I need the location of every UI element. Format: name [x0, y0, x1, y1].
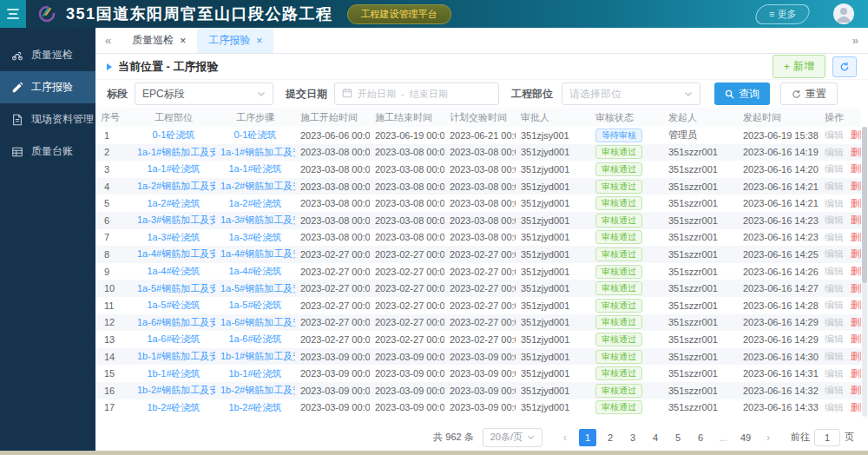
- section-select[interactable]: EPC标段: [135, 82, 273, 105]
- edit-action[interactable]: 编辑: [825, 232, 844, 242]
- delete-action[interactable]: 删除: [851, 402, 861, 412]
- part-link[interactable]: 1a-3#钢筋加工及安装: [137, 214, 215, 225]
- edit-action[interactable]: 编辑: [825, 351, 844, 361]
- part-link[interactable]: 1a-5#砼浇筑: [147, 300, 200, 310]
- goto-page-input[interactable]: [814, 429, 840, 446]
- part-link[interactable]: 1a-3#砼浇筑: [147, 232, 200, 242]
- refresh-button[interactable]: [832, 56, 857, 77]
- part-link[interactable]: 1a-4#钢筋加工及安装: [137, 248, 215, 259]
- step-link[interactable]: 1a-4#砼浇筑: [228, 266, 281, 276]
- sidebar-item-1[interactable]: 工序报验: [0, 71, 95, 103]
- page-button-4[interactable]: 4: [647, 429, 664, 446]
- delete-action[interactable]: 删除: [851, 283, 861, 293]
- tab-close-icon[interactable]: ×: [256, 36, 262, 46]
- edit-action[interactable]: 编辑: [825, 266, 844, 276]
- step-link[interactable]: 1a-6#砼浇筑: [228, 333, 281, 344]
- search-button[interactable]: 查询: [714, 82, 770, 105]
- step-link[interactable]: 1a-5#钢筋加工及安装: [220, 283, 295, 293]
- user-avatar[interactable]: [833, 3, 854, 24]
- step-link[interactable]: 1a-4#钢筋加工及安装: [220, 248, 295, 259]
- tabs-expand-icon[interactable]: »: [843, 34, 868, 47]
- step-link[interactable]: 1a-5#砼浇筑: [228, 300, 281, 310]
- delete-action[interactable]: 删除: [851, 232, 861, 242]
- step-link[interactable]: 0-1砼浇筑: [234, 129, 277, 140]
- edit-action[interactable]: 编辑: [825, 147, 844, 157]
- edit-action[interactable]: 编辑: [825, 333, 844, 344]
- vertical-scrollbar[interactable]: [862, 127, 867, 417]
- part-link[interactable]: 1a-4#砼浇筑: [147, 266, 200, 276]
- step-link[interactable]: 1a-3#钢筋加工及安装: [220, 214, 295, 225]
- delete-action[interactable]: 删除: [851, 333, 861, 344]
- edit-action[interactable]: 编辑: [825, 248, 844, 259]
- reset-button[interactable]: 重置: [780, 82, 838, 105]
- scrollbar-thumb[interactable]: [862, 127, 867, 283]
- page-button-6[interactable]: 6: [692, 429, 709, 446]
- step-link[interactable]: 1b-2#钢筋加工及安装: [220, 385, 295, 395]
- page-button-2[interactable]: 2: [602, 429, 619, 446]
- delete-action[interactable]: 删除: [851, 163, 861, 174]
- part-link[interactable]: 1a-2#钢筋加工及安装: [137, 181, 215, 191]
- step-link[interactable]: 1a-1#钢筋加工及安装: [220, 147, 295, 157]
- edit-action[interactable]: 编辑: [825, 385, 844, 395]
- more-button[interactable]: ≡ 更多: [753, 4, 812, 24]
- tabs-collapse-icon[interactable]: «: [95, 34, 121, 47]
- step-link[interactable]: 1a-6#钢筋加工及安装: [220, 317, 295, 327]
- page-button-49[interactable]: 49: [737, 429, 754, 446]
- step-link[interactable]: 1a-2#钢筋加工及安装: [220, 181, 295, 191]
- delete-action[interactable]: 删除: [851, 351, 861, 361]
- part-link[interactable]: 1b-1#钢筋加工及安装: [137, 351, 215, 361]
- page-size-select[interactable]: 20条/页: [483, 428, 542, 447]
- step-link[interactable]: 1b-1#钢筋加工及安装: [220, 351, 295, 361]
- part-select[interactable]: 请选择部位: [562, 82, 700, 105]
- edit-action[interactable]: 编辑: [825, 181, 844, 191]
- part-link[interactable]: 1a-6#砼浇筑: [147, 333, 200, 344]
- step-link[interactable]: 1a-1#砼浇筑: [228, 163, 281, 174]
- part-link[interactable]: 1a-1#钢筋加工及安装: [137, 147, 215, 157]
- part-link[interactable]: 1a-2#砼浇筑: [147, 198, 200, 208]
- delete-action[interactable]: 删除: [851, 368, 861, 379]
- sidebar-item-2[interactable]: 现场资料管理: [0, 103, 95, 135]
- delete-action[interactable]: 删除: [851, 129, 861, 140]
- edit-action[interactable]: 编辑: [825, 317, 844, 327]
- edit-action[interactable]: 编辑: [825, 368, 844, 379]
- menu-toggle-button[interactable]: [0, 0, 26, 28]
- delete-action[interactable]: 删除: [851, 248, 861, 259]
- edit-action[interactable]: 编辑: [825, 300, 844, 310]
- tab-1[interactable]: 工序报验 ×: [197, 28, 273, 53]
- part-link[interactable]: 1b-2#钢筋加工及安装: [137, 385, 215, 395]
- date-range-input[interactable]: 开始日期 - 结束日期: [334, 82, 499, 105]
- step-link[interactable]: 1b-1#砼浇筑: [228, 368, 281, 379]
- sidebar-item-0[interactable]: 质量巡检: [0, 39, 95, 71]
- delete-action[interactable]: 删除: [851, 181, 861, 191]
- next-page-button[interactable]: ›: [760, 429, 777, 446]
- delete-action[interactable]: 删除: [851, 266, 861, 276]
- page-button-5[interactable]: 5: [669, 429, 687, 446]
- edit-action[interactable]: 编辑: [825, 283, 844, 293]
- step-link[interactable]: 1b-2#砼浇筑: [228, 402, 281, 412]
- delete-action[interactable]: 删除: [851, 198, 861, 208]
- edit-action[interactable]: 编辑: [825, 198, 844, 208]
- part-link[interactable]: 1b-2#砼浇筑: [147, 402, 200, 412]
- part-link[interactable]: 1b-1#砼浇筑: [147, 368, 200, 379]
- step-link[interactable]: 1a-2#砼浇筑: [228, 198, 281, 208]
- part-link[interactable]: 1a-6#钢筋加工及安装: [137, 317, 215, 327]
- page-button-3[interactable]: 3: [624, 429, 641, 446]
- delete-action[interactable]: 删除: [851, 214, 861, 225]
- step-link[interactable]: 1a-3#砼浇筑: [228, 232, 281, 242]
- edit-action[interactable]: 编辑: [825, 129, 844, 140]
- add-button[interactable]: + 新增: [773, 55, 825, 78]
- page-button-1[interactable]: 1: [579, 429, 596, 446]
- delete-action[interactable]: 删除: [851, 300, 861, 310]
- edit-action[interactable]: 编辑: [825, 214, 844, 225]
- edit-action[interactable]: 编辑: [825, 163, 844, 174]
- edit-action[interactable]: 编辑: [825, 402, 844, 412]
- part-link[interactable]: 0-1砼浇筑: [153, 129, 195, 140]
- part-link[interactable]: 1a-5#钢筋加工及安装: [137, 283, 215, 293]
- delete-action[interactable]: 删除: [851, 147, 861, 157]
- sidebar-item-3[interactable]: 质量台账: [0, 135, 95, 168]
- delete-action[interactable]: 删除: [851, 317, 861, 327]
- delete-action[interactable]: 删除: [851, 385, 861, 395]
- part-link[interactable]: 1a-1#砼浇筑: [147, 163, 200, 174]
- tab-0[interactable]: 质量巡检 ×: [121, 28, 197, 53]
- prev-page-button[interactable]: ‹: [556, 429, 574, 446]
